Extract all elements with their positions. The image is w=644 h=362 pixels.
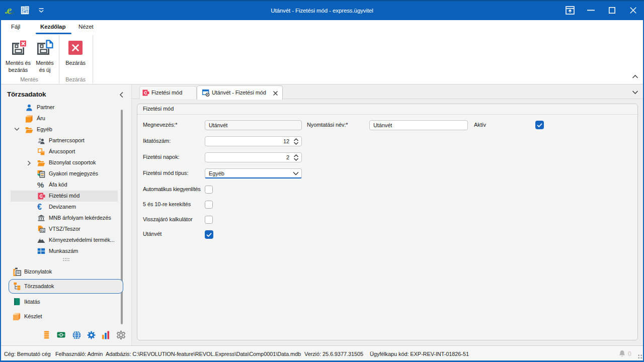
svg-text:e: e xyxy=(7,5,12,16)
svg-text:01: 01 xyxy=(41,229,45,232)
